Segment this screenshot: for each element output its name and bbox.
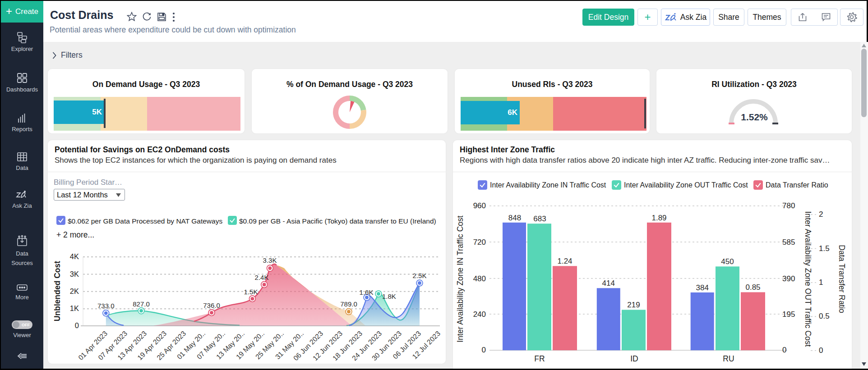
svg-text:3.3K: 3.3K	[263, 256, 277, 264]
svg-text:780: 780	[782, 201, 795, 210]
svg-text:450: 450	[721, 257, 734, 266]
svg-text:1.6K: 1.6K	[360, 288, 374, 296]
svg-text:1.89: 1.89	[651, 214, 666, 222]
svg-text:384: 384	[696, 283, 709, 292]
svg-text:2.5K: 2.5K	[413, 272, 427, 279]
svg-text:1.52%: 1.52%	[741, 112, 768, 122]
svg-text:0.5: 0.5	[819, 312, 830, 320]
svg-text:585: 585	[782, 238, 795, 247]
svg-text:2.4K: 2.4K	[255, 274, 269, 281]
svg-text:733.0: 733.0	[97, 302, 115, 310]
svg-text:RU: RU	[723, 354, 734, 363]
svg-text:0: 0	[782, 346, 786, 354]
svg-text:414: 414	[602, 279, 615, 288]
svg-text:848: 848	[508, 214, 521, 222]
svg-text:Inter Availability Zone OUT Tr: Inter Availability Zone OUT Traffic Cost	[803, 211, 813, 347]
svg-text:736.0: 736.0	[203, 301, 220, 309]
svg-text:Unblended Cost: Unblended Cost	[53, 261, 62, 321]
svg-text:1.5: 1.5	[819, 244, 830, 253]
svg-text:2: 2	[819, 210, 823, 219]
svg-text:240: 240	[473, 310, 486, 319]
svg-text:195: 195	[782, 310, 795, 319]
svg-text:1.8K: 1.8K	[382, 292, 396, 300]
svg-text:1.5K: 1.5K	[244, 288, 258, 296]
svg-text:960: 960	[473, 201, 486, 210]
svg-text:3K: 3K	[70, 270, 79, 278]
svg-text:0: 0	[75, 321, 79, 329]
svg-text:1K: 1K	[70, 304, 79, 312]
svg-text:Data Transfer Ratio: Data Transfer Ratio	[837, 245, 846, 313]
svg-text:1: 1	[819, 278, 823, 287]
svg-text:683: 683	[533, 215, 546, 223]
svg-text:1.24: 1.24	[557, 257, 572, 265]
svg-text:Inter Availability Zone IN Tra: Inter Availability Zone IN Traffic Cost	[456, 215, 465, 343]
svg-text:720: 720	[473, 238, 486, 247]
svg-text:390: 390	[782, 274, 795, 283]
svg-text:0: 0	[482, 346, 486, 354]
svg-text:789.0: 789.0	[340, 300, 357, 308]
svg-text:2K: 2K	[70, 287, 79, 295]
svg-text:480: 480	[473, 274, 486, 283]
svg-text:ID: ID	[630, 354, 638, 363]
svg-text:0: 0	[819, 346, 823, 355]
svg-text:FR: FR	[534, 354, 545, 363]
svg-text:4K: 4K	[70, 252, 79, 260]
svg-text:219: 219	[627, 301, 640, 309]
svg-text:827.0: 827.0	[133, 300, 150, 308]
svg-text:0.85: 0.85	[745, 283, 760, 292]
